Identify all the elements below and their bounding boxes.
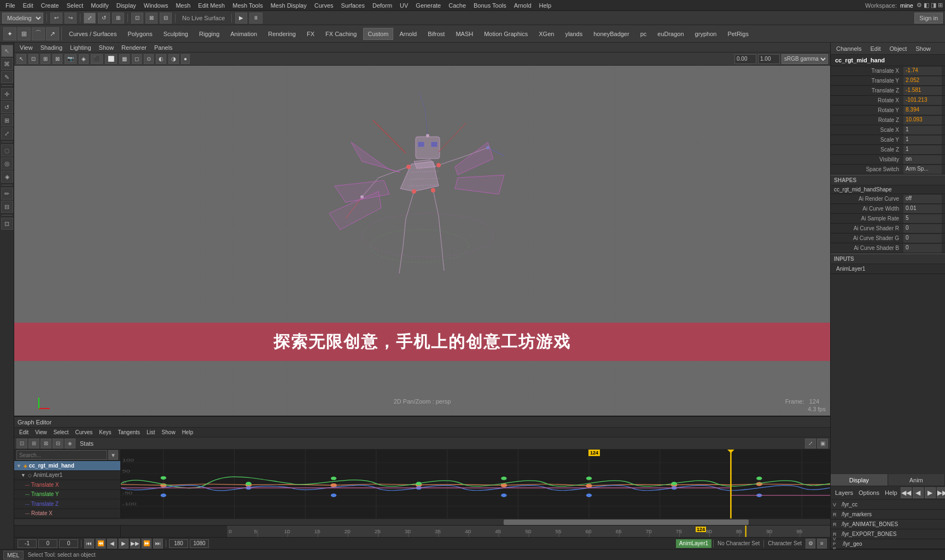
timeline-ruler-area[interactable]: 0 5 10 15 20 25 30 35 bbox=[228, 526, 830, 537]
da-tab-anim[interactable]: Anim bbox=[888, 474, 946, 486]
ge-tool-frame[interactable]: ▣ bbox=[817, 439, 828, 448]
vp-menu-lighting[interactable]: Lighting bbox=[67, 44, 95, 51]
menu-mesh-tools[interactable]: Mesh Tools bbox=[229, 1, 266, 10]
ge-menu-show[interactable]: Show bbox=[159, 429, 178, 436]
menu-bonus[interactable]: Bonus Tools bbox=[470, 1, 510, 10]
vp-tool-cam[interactable]: 📷 bbox=[65, 54, 77, 64]
channel-row-sx[interactable]: Scale X 1 bbox=[831, 125, 945, 135]
shelf-tab-motion[interactable]: Motion Graphics bbox=[479, 28, 533, 40]
ch-acsg[interactable]: Ai Curve Shader G 0 bbox=[831, 234, 945, 243]
shelf-tab-gryphon[interactable]: gryphon bbox=[690, 28, 722, 40]
shelf-tab-custom[interactable]: Custom bbox=[363, 28, 394, 40]
transport-end1[interactable] bbox=[169, 539, 188, 548]
vp-tool-11[interactable]: ◐ bbox=[156, 54, 166, 64]
ge-tree-animlayer[interactable]: ▼ ◇ AnimLayer1 bbox=[14, 471, 120, 480]
ch-header-edit[interactable]: Edit bbox=[868, 44, 883, 53]
layer-lyr-markers[interactable]: R /lyr_markers bbox=[831, 510, 945, 520]
tool-lasso[interactable]: ⌘ bbox=[1, 58, 13, 70]
toolbar-snap3[interactable]: ⊟ bbox=[160, 13, 172, 24]
toolbar-redo[interactable]: ↪ bbox=[65, 13, 77, 24]
shelf-tab-mash[interactable]: MASH bbox=[451, 28, 478, 40]
channel-row-vis[interactable]: Visibility on bbox=[831, 155, 945, 165]
ge-menu-list[interactable]: List bbox=[144, 429, 158, 436]
da-nav-3[interactable]: ▶ bbox=[925, 487, 936, 498]
channel-row-rz[interactable]: Rotate Z 10.093 bbox=[831, 115, 945, 125]
sign-in-button[interactable]: Sign in bbox=[914, 13, 943, 24]
menu-generate[interactable]: Generate bbox=[412, 1, 444, 10]
ge-menu-tangents[interactable]: Tangents bbox=[115, 429, 143, 436]
ch-asr[interactable]: Ai Sample Rate 5 bbox=[831, 214, 945, 224]
mode-select[interactable]: Modeling bbox=[2, 13, 43, 24]
menu-cache[interactable]: Cache bbox=[445, 1, 469, 10]
tool-soft[interactable]: ◌ bbox=[1, 144, 13, 156]
transport-start[interactable] bbox=[18, 539, 37, 548]
ge-menu-help[interactable]: Help bbox=[179, 429, 196, 436]
tool-measure[interactable]: ⊟ bbox=[1, 201, 13, 213]
layer-lyr-cc[interactable]: V /lyr_cc bbox=[831, 500, 945, 510]
channel-row-sz[interactable]: Scale Z 1 bbox=[831, 145, 945, 155]
ge-search-dropdown[interactable]: ▼ bbox=[108, 450, 118, 460]
shelf-tab-curves[interactable]: Curves / Surfaces bbox=[64, 28, 121, 40]
ch-acsb[interactable]: Ai Curve Shader B 0 bbox=[831, 243, 945, 253]
scroll-thumb[interactable] bbox=[504, 520, 749, 525]
toolbar-pause[interactable]: ⏸ bbox=[249, 13, 262, 24]
vp-gamma-select[interactable]: sRGB gamma bbox=[781, 54, 828, 64]
shelf-icon-arrow[interactable]: ↗ bbox=[46, 27, 59, 40]
menu-modify[interactable]: Modify bbox=[88, 1, 112, 10]
vp-tool-7[interactable]: ⬜ bbox=[105, 54, 117, 64]
ge-menu-view[interactable]: View bbox=[32, 429, 50, 436]
shelf-tab-arnold[interactable]: Arnold bbox=[394, 28, 422, 40]
shelf-tab-bifrost[interactable]: Bifrost bbox=[423, 28, 450, 40]
tool-crease[interactable]: ◈ bbox=[1, 171, 13, 183]
toolbar-move[interactable]: ⤢ bbox=[84, 13, 96, 24]
shelf-tab-ylands[interactable]: ylands bbox=[560, 28, 587, 40]
ge-curve-tx[interactable]: — Translate X bbox=[14, 480, 120, 489]
channel-row-spsw[interactable]: Space Switch Arm Sp... bbox=[831, 165, 945, 174]
transport-first[interactable]: ⏮ bbox=[84, 539, 94, 549]
ch-acsr[interactable]: Ai Curve Shader R 0 bbox=[831, 224, 945, 234]
layer-lyr-export[interactable]: R /lyr_EXPORT_BONES bbox=[831, 529, 945, 539]
vp-menu-show[interactable]: Show bbox=[96, 44, 118, 51]
tool-move[interactable]: ✛ bbox=[1, 88, 13, 100]
transport-next[interactable]: ▶▶ bbox=[130, 539, 140, 549]
tool-transform[interactable]: ⤢ bbox=[1, 127, 13, 139]
ge-tool-4[interactable]: ⊟ bbox=[52, 439, 63, 448]
tool-sculpt[interactable]: ◎ bbox=[1, 158, 13, 170]
shelf-tab-rigging[interactable]: Rigging bbox=[194, 28, 224, 40]
shelf-icon-star[interactable]: ✦ bbox=[3, 27, 16, 40]
vp-tool-13[interactable]: ● bbox=[181, 54, 190, 64]
transport-current1[interactable] bbox=[38, 539, 57, 548]
vp-tool-10[interactable]: ⊙ bbox=[144, 54, 154, 64]
transport-prev[interactable]: ◀ bbox=[107, 539, 117, 549]
channel-row-tx[interactable]: Translate X -1.74 bbox=[831, 66, 945, 76]
viewport-3d[interactable]: 探索无限创意，手机上的创意工坊游戏 2D Pan/Zoom : persp Fr… bbox=[14, 66, 830, 416]
ge-tool-2[interactable]: ⊞ bbox=[28, 439, 39, 448]
channel-row-tz[interactable]: Translate Z -1.581 bbox=[831, 86, 945, 96]
shelf-tab-petrigs[interactable]: PetRigs bbox=[722, 28, 754, 40]
shelf-tab-fx[interactable]: FX bbox=[302, 28, 319, 40]
layer-lyr-animate[interactable]: R /lyr_ANIMATE_BONES bbox=[831, 520, 945, 529]
toolbar-scale[interactable]: ⊞ bbox=[112, 13, 124, 24]
da-options-btn[interactable]: Options bbox=[856, 488, 882, 497]
tool-rotate[interactable]: ↺ bbox=[1, 101, 13, 113]
toolbar-undo[interactable]: ↩ bbox=[50, 13, 62, 24]
da-help-btn[interactable]: Help bbox=[883, 488, 900, 497]
shelf-tab-pc[interactable]: pc bbox=[635, 28, 652, 40]
da-layers-btn[interactable]: Layers bbox=[833, 488, 855, 497]
tool-scale[interactable]: ⊞ bbox=[1, 114, 13, 126]
shelf-tab-animation[interactable]: Animation bbox=[225, 28, 262, 40]
ge-tool-fit[interactable]: ⤢ bbox=[805, 439, 816, 448]
menu-display[interactable]: Display bbox=[113, 1, 139, 10]
shelf-tab-polygons[interactable]: Polygons bbox=[122, 28, 157, 40]
vp-menu-shading[interactable]: Shading bbox=[37, 44, 66, 51]
vp-tool-3[interactable]: ⊞ bbox=[40, 54, 50, 64]
menu-edit-mesh[interactable]: Edit Mesh bbox=[195, 1, 228, 10]
vp-tool-9[interactable]: ◻ bbox=[132, 54, 142, 64]
transport-toggle[interactable]: ≡ bbox=[817, 539, 827, 549]
vp-tool-12[interactable]: ◑ bbox=[168, 54, 179, 64]
vp-tool-6[interactable]: ⬛ bbox=[91, 54, 103, 64]
da-tab-display[interactable]: Display bbox=[831, 474, 888, 486]
ge-menu-keys[interactable]: Keys bbox=[96, 429, 114, 436]
vp-input-1[interactable] bbox=[734, 54, 756, 64]
toolbar-render-icons[interactable]: ▶ bbox=[235, 13, 247, 24]
